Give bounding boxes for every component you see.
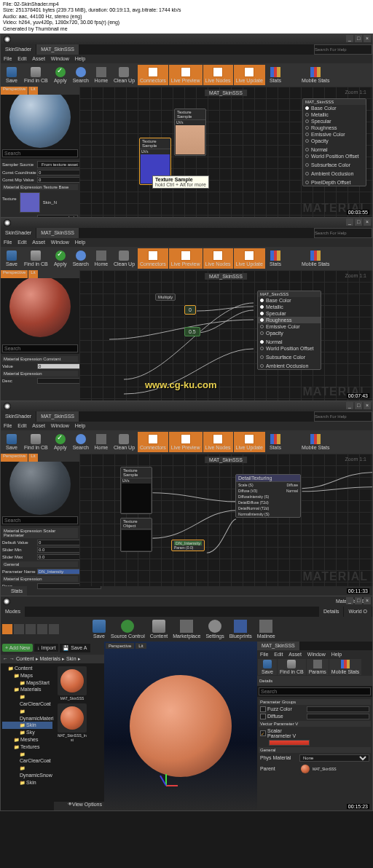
- level-viewport[interactable]: Perspective Lit: [104, 642, 257, 810]
- save-button[interactable]: Save: [2, 65, 21, 85]
- connectors-button[interactable]: Connectors: [138, 432, 168, 452]
- mobilestats-button[interactable]: Mobile Stats: [299, 65, 332, 85]
- material-preview[interactable]: PerspectiveLit: [1, 87, 79, 148]
- texture-object-node[interactable]: Texture Object: [120, 518, 152, 552]
- detail-texturing-node[interactable]: DetailTexturing Scale (S)Diffuse Diffuse…: [235, 474, 301, 518]
- matinee-button[interactable]: Matinee: [255, 619, 278, 639]
- mobilestats-button[interactable]: Mobile Stats: [299, 432, 332, 452]
- details-search[interactable]: [2, 516, 78, 524]
- diffuse-checkbox[interactable]: [260, 714, 266, 719]
- material-preview[interactable]: PerspectiveLit: [1, 270, 79, 343]
- transform-gizmo[interactable]: [165, 774, 187, 796]
- blueprints-button[interactable]: Blueprints: [227, 619, 254, 639]
- asset-mat-skinsss[interactable]: MAT_SkinSSS: [57, 666, 87, 701]
- perspective-dropdown[interactable]: Perspective: [106, 643, 134, 649]
- find-in-cb-button[interactable]: Find in CB: [278, 659, 306, 675]
- view-options[interactable]: 👁 View Options: [54, 802, 104, 810]
- add-new-button[interactable]: + Add New: [2, 644, 33, 652]
- menu-window[interactable]: Window: [51, 423, 69, 428]
- details-search[interactable]: [2, 149, 78, 157]
- menu-edit[interactable]: Edit: [17, 423, 26, 428]
- find-in-cb-button[interactable]: Find in CB: [22, 65, 50, 85]
- material-result-node[interactable]: MAT_SkinSSS Base Color Metallic Specular…: [302, 98, 366, 186]
- import-button[interactable]: ↓ Import: [34, 644, 58, 652]
- stats-tab[interactable]: Stats: [1, 586, 27, 596]
- menu-help[interactable]: Help: [331, 652, 342, 657]
- apply-button[interactable]: Apply: [51, 248, 70, 269]
- livenodes-button[interactable]: Live Nodes: [203, 432, 233, 452]
- connectors-button[interactable]: Connectors: [138, 65, 168, 85]
- lit-dropdown[interactable]: Lit: [136, 643, 146, 649]
- mode-foliage-icon[interactable]: [37, 624, 47, 634]
- folder-tree[interactable]: Content Maps MapsStart Materials CarClea…: [1, 663, 54, 810]
- asset-mat-skinsss-inst[interactable]: MAT_SkinSSS_Inst: [57, 703, 87, 742]
- phys-material-select[interactable]: None: [299, 754, 369, 762]
- save-all-button[interactable]: 💾 Save A: [60, 644, 90, 652]
- mat-instance-tab[interactable]: MAT_SkinSSS: [257, 642, 299, 650]
- menu-edit[interactable]: Edit: [17, 56, 26, 61]
- cleanup-button[interactable]: Clean Up: [111, 248, 137, 269]
- scalar-checkbox[interactable]: [260, 730, 266, 736]
- window-titlebar[interactable]: _□×: [1, 218, 372, 228]
- modes-tab[interactable]: Modes: [1, 607, 25, 617]
- search-button[interactable]: Search: [71, 248, 91, 269]
- connectors-button[interactable]: Connectors: [138, 248, 168, 269]
- search-button[interactable]: Search: [71, 65, 91, 85]
- menu-help[interactable]: Help: [75, 240, 85, 245]
- search-button[interactable]: Search: [71, 432, 91, 452]
- menu-asset[interactable]: Asset: [32, 56, 45, 61]
- sourcecontrol-button[interactable]: Source Control: [109, 619, 147, 639]
- material-preview[interactable]: PerspectiveLit: [1, 454, 79, 515]
- texture-sample-node[interactable]: Texture Sample UVs: [120, 467, 152, 514]
- cleanup-button[interactable]: Clean Up: [111, 65, 137, 85]
- find-in-cb-button[interactable]: Find in CB: [22, 432, 50, 452]
- stats-button[interactable]: Stats: [266, 432, 285, 452]
- tab-mat-skinsss[interactable]: MAT_SkinSSS: [36, 44, 79, 55]
- window-controls[interactable]: _□×: [346, 35, 371, 42]
- settings-button[interactable]: Settings: [203, 619, 226, 639]
- stats-button[interactable]: Stats: [266, 65, 285, 85]
- save-button[interactable]: Save: [2, 248, 21, 269]
- mobilestats-button[interactable]: Mobile Stats: [299, 248, 332, 269]
- tab-skinshader[interactable]: SkinShader: [1, 44, 36, 55]
- apply-button[interactable]: Apply: [51, 432, 70, 452]
- tab-mat-skinsss[interactable]: MAT_SkinSSS: [36, 411, 79, 422]
- liveupdate-button[interactable]: Live Update: [234, 432, 265, 452]
- world-tab[interactable]: World O: [344, 607, 372, 617]
- mode-landscape-icon[interactable]: [25, 624, 36, 634]
- menu-edit[interactable]: Edit: [17, 240, 26, 245]
- mode-geo-icon[interactable]: [49, 624, 59, 634]
- constant-node-a[interactable]: 0: [184, 305, 196, 315]
- params-button[interactable]: Params: [307, 659, 329, 675]
- tab-mat-skinsss[interactable]: MAT_SkinSSS: [36, 228, 79, 238]
- multiply-node[interactable]: Multiply: [155, 293, 176, 301]
- details-search[interactable]: [259, 687, 371, 695]
- menu-asset[interactable]: Asset: [32, 423, 45, 428]
- dn-intensity-node[interactable]: DN_Intensity Param (0.0): [171, 540, 205, 551]
- fuzz-checkbox[interactable]: [260, 706, 266, 712]
- livepreview-button[interactable]: Live Preview: [169, 432, 203, 452]
- livepreview-button[interactable]: Live Preview: [169, 248, 203, 269]
- home-button[interactable]: Home: [92, 248, 111, 269]
- liveupdate-button[interactable]: Live Update: [234, 248, 265, 269]
- window-titlebar[interactable]: _□×: [1, 34, 372, 44]
- menu-file[interactable]: File: [260, 652, 268, 657]
- breadcrumb[interactable]: ←→ Content▸ Materials▸ Skin▸: [1, 655, 104, 663]
- menu-file[interactable]: File: [4, 240, 12, 245]
- livenodes-button[interactable]: Live Nodes: [203, 65, 233, 85]
- menu-file[interactable]: File: [4, 423, 12, 428]
- help-search[interactable]: [314, 411, 372, 422]
- asset-grid[interactable]: MAT_SkinSSS MAT_SkinSSS_Inst: [54, 663, 104, 802]
- details-tab[interactable]: Details: [319, 607, 343, 617]
- stats-button[interactable]: Stats: [266, 248, 285, 269]
- texture-sample-node-1[interactable]: Texture Sample UVs: [174, 108, 206, 156]
- home-button[interactable]: Home: [92, 65, 111, 85]
- marketplace-button[interactable]: Marketplace: [170, 619, 203, 639]
- find-in-cb-button[interactable]: Find in CB: [22, 248, 50, 269]
- menu-file[interactable]: File: [4, 56, 12, 61]
- apply-button[interactable]: Apply: [51, 65, 70, 85]
- help-search[interactable]: [314, 228, 372, 238]
- menu-window[interactable]: Window: [51, 56, 69, 61]
- save-button[interactable]: Save: [2, 432, 21, 452]
- liveupdate-button[interactable]: Live Update: [234, 65, 265, 85]
